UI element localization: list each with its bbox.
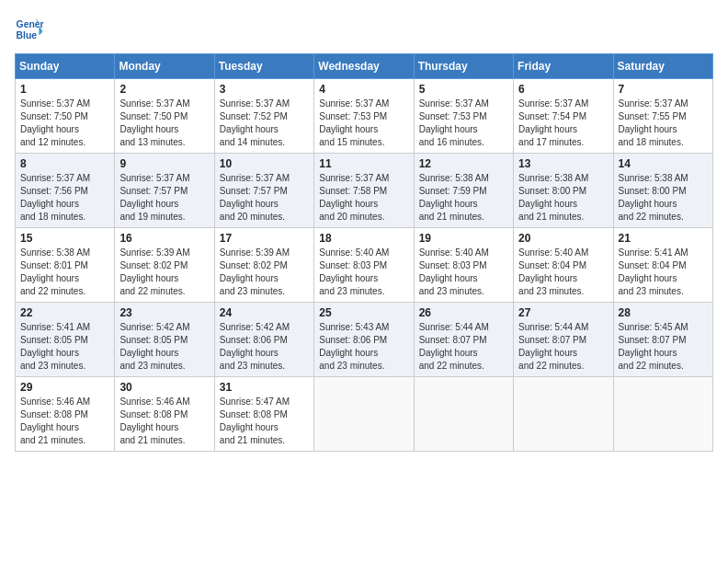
calendar-cell: [514, 377, 613, 452]
day-info: Sunrise: 5:44 AMSunset: 8:07 PMDaylight …: [419, 321, 508, 373]
day-info: Sunrise: 5:37 AMSunset: 7:57 PMDaylight …: [220, 172, 309, 224]
day-info: Sunrise: 5:45 AMSunset: 8:07 PMDaylight …: [619, 321, 708, 373]
calendar-cell: 11 Sunrise: 5:37 AMSunset: 7:58 PMDaylig…: [314, 154, 414, 228]
calendar-cell: 28 Sunrise: 5:45 AMSunset: 8:07 PMDaylig…: [613, 303, 712, 377]
day-number: 24: [220, 306, 309, 319]
calendar-cell: [613, 377, 712, 452]
calendar-cell: 16 Sunrise: 5:39 AMSunset: 8:02 PMDaylig…: [115, 228, 214, 303]
day-info: Sunrise: 5:39 AMSunset: 8:02 PMDaylight …: [220, 247, 309, 298]
day-info: Sunrise: 5:46 AMSunset: 8:08 PMDaylight …: [20, 396, 109, 447]
calendar-week-row: 1 Sunrise: 5:37 AMSunset: 7:50 PMDayligh…: [16, 79, 713, 154]
day-number: 28: [619, 306, 708, 319]
svg-text:Blue: Blue: [17, 30, 38, 40]
day-number: 12: [419, 157, 508, 170]
day-info: Sunrise: 5:44 AMSunset: 8:07 PMDaylight …: [518, 321, 608, 373]
calendar-cell: 14 Sunrise: 5:38 AMSunset: 8:00 PMDaylig…: [613, 154, 712, 228]
day-info: Sunrise: 5:38 AMSunset: 8:00 PMDaylight …: [518, 172, 608, 224]
weekday-header: Friday: [514, 54, 613, 79]
day-info: Sunrise: 5:37 AMSunset: 7:54 PMDaylight …: [518, 98, 608, 149]
calendar-cell: 3 Sunrise: 5:37 AMSunset: 7:52 PMDayligh…: [214, 79, 313, 154]
calendar-cell: 8 Sunrise: 5:37 AMSunset: 7:56 PMDayligh…: [16, 154, 115, 228]
calendar-cell: 22 Sunrise: 5:41 AMSunset: 8:05 PMDaylig…: [16, 303, 115, 377]
page-header: General Blue: [15, 15, 713, 44]
day-number: 9: [119, 157, 209, 170]
day-number: 30: [119, 381, 209, 394]
weekday-header: Monday: [115, 54, 214, 79]
calendar-week-row: 15 Sunrise: 5:38 AMSunset: 8:01 PMDaylig…: [16, 228, 713, 303]
calendar-cell: 19 Sunrise: 5:40 AMSunset: 8:03 PMDaylig…: [414, 228, 513, 303]
day-number: 13: [518, 157, 608, 170]
calendar-cell: 31 Sunrise: 5:47 AMSunset: 8:08 PMDaylig…: [214, 377, 313, 452]
calendar-cell: 20 Sunrise: 5:40 AMSunset: 8:04 PMDaylig…: [514, 228, 613, 303]
logo: General Blue: [15, 15, 48, 44]
calendar-cell: 7 Sunrise: 5:37 AMSunset: 7:55 PMDayligh…: [613, 79, 712, 154]
day-info: Sunrise: 5:38 AMSunset: 7:59 PMDaylight …: [419, 172, 508, 224]
calendar-week-row: 8 Sunrise: 5:37 AMSunset: 7:56 PMDayligh…: [16, 154, 713, 228]
calendar-cell: 5 Sunrise: 5:37 AMSunset: 7:53 PMDayligh…: [414, 79, 513, 154]
calendar-cell: 29 Sunrise: 5:46 AMSunset: 8:08 PMDaylig…: [16, 377, 115, 452]
calendar-cell: 6 Sunrise: 5:37 AMSunset: 7:54 PMDayligh…: [514, 79, 613, 154]
calendar-week-row: 29 Sunrise: 5:46 AMSunset: 8:08 PMDaylig…: [16, 377, 713, 452]
weekday-header: Saturday: [613, 54, 712, 79]
day-number: 17: [220, 232, 309, 245]
calendar-cell: 1 Sunrise: 5:37 AMSunset: 7:50 PMDayligh…: [16, 79, 115, 154]
day-number: 5: [419, 83, 508, 96]
day-number: 11: [319, 157, 408, 170]
day-info: Sunrise: 5:37 AMSunset: 7:57 PMDaylight …: [119, 172, 209, 224]
day-number: 3: [220, 83, 309, 96]
calendar-cell: 30 Sunrise: 5:46 AMSunset: 8:08 PMDaylig…: [115, 377, 214, 452]
day-info: Sunrise: 5:37 AMSunset: 7:50 PMDaylight …: [20, 98, 109, 149]
weekday-header: Thursday: [414, 54, 513, 79]
day-info: Sunrise: 5:37 AMSunset: 7:52 PMDaylight …: [220, 98, 309, 149]
day-number: 26: [419, 306, 508, 319]
calendar-cell: 26 Sunrise: 5:44 AMSunset: 8:07 PMDaylig…: [414, 303, 513, 377]
calendar-cell: 4 Sunrise: 5:37 AMSunset: 7:53 PMDayligh…: [314, 79, 414, 154]
weekday-header: Tuesday: [214, 54, 313, 79]
calendar-week-row: 22 Sunrise: 5:41 AMSunset: 8:05 PMDaylig…: [16, 303, 713, 377]
day-number: 21: [619, 232, 708, 245]
day-info: Sunrise: 5:40 AMSunset: 8:03 PMDaylight …: [319, 247, 408, 298]
day-number: 31: [220, 381, 309, 394]
day-info: Sunrise: 5:40 AMSunset: 8:03 PMDaylight …: [419, 247, 508, 298]
day-number: 1: [20, 83, 109, 96]
day-info: Sunrise: 5:39 AMSunset: 8:02 PMDaylight …: [119, 247, 209, 298]
calendar-cell: [314, 377, 414, 452]
calendar-cell: 25 Sunrise: 5:43 AMSunset: 8:06 PMDaylig…: [314, 303, 414, 377]
weekday-header: Sunday: [16, 54, 115, 79]
day-number: 29: [20, 381, 109, 394]
day-info: Sunrise: 5:47 AMSunset: 8:08 PMDaylight …: [220, 396, 309, 447]
day-number: 2: [119, 83, 209, 96]
day-number: 8: [20, 157, 109, 170]
calendar-cell: 10 Sunrise: 5:37 AMSunset: 7:57 PMDaylig…: [214, 154, 313, 228]
day-info: Sunrise: 5:37 AMSunset: 7:53 PMDaylight …: [419, 98, 508, 149]
day-number: 10: [220, 157, 309, 170]
day-info: Sunrise: 5:37 AMSunset: 7:50 PMDaylight …: [119, 98, 209, 149]
day-number: 20: [518, 232, 608, 245]
day-info: Sunrise: 5:41 AMSunset: 8:05 PMDaylight …: [20, 321, 109, 373]
day-number: 4: [319, 83, 408, 96]
day-info: Sunrise: 5:37 AMSunset: 7:56 PMDaylight …: [20, 172, 109, 224]
day-info: Sunrise: 5:37 AMSunset: 7:55 PMDaylight …: [619, 98, 708, 149]
day-number: 22: [20, 306, 109, 319]
day-info: Sunrise: 5:38 AMSunset: 8:00 PMDaylight …: [619, 172, 708, 224]
calendar-cell: 24 Sunrise: 5:42 AMSunset: 8:06 PMDaylig…: [214, 303, 313, 377]
day-info: Sunrise: 5:42 AMSunset: 8:05 PMDaylight …: [119, 321, 209, 373]
calendar-header-row: SundayMondayTuesdayWednesdayThursdayFrid…: [16, 54, 713, 79]
day-number: 27: [518, 306, 608, 319]
day-number: 14: [619, 157, 708, 170]
day-info: Sunrise: 5:40 AMSunset: 8:04 PMDaylight …: [518, 247, 608, 298]
day-number: 18: [319, 232, 408, 245]
calendar-cell: 13 Sunrise: 5:38 AMSunset: 8:00 PMDaylig…: [514, 154, 613, 228]
calendar-table: SundayMondayTuesdayWednesdayThursdayFrid…: [15, 53, 713, 452]
day-number: 7: [619, 83, 708, 96]
day-number: 6: [518, 83, 608, 96]
calendar-cell: 18 Sunrise: 5:40 AMSunset: 8:03 PMDaylig…: [314, 228, 414, 303]
calendar-cell: [414, 377, 513, 452]
day-info: Sunrise: 5:43 AMSunset: 8:06 PMDaylight …: [319, 321, 408, 373]
calendar-cell: 27 Sunrise: 5:44 AMSunset: 8:07 PMDaylig…: [514, 303, 613, 377]
day-info: Sunrise: 5:37 AMSunset: 7:53 PMDaylight …: [319, 98, 408, 149]
day-number: 16: [119, 232, 209, 245]
day-number: 25: [319, 306, 408, 319]
calendar-cell: 9 Sunrise: 5:37 AMSunset: 7:57 PMDayligh…: [115, 154, 214, 228]
day-info: Sunrise: 5:42 AMSunset: 8:06 PMDaylight …: [220, 321, 309, 373]
